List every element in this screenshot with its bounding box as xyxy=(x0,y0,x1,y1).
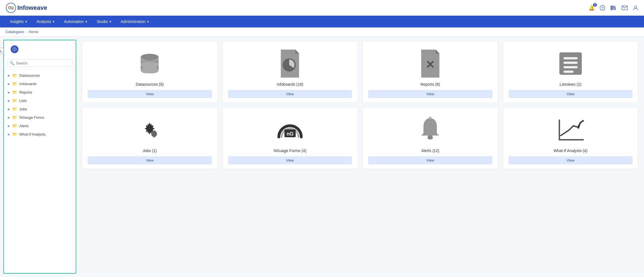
infoboards-expand-icon: ▶ xyxy=(8,82,10,85)
reports-icon-area: ✕ xyxy=(418,50,442,78)
breadcrumb-catalogues[interactable]: Catalogues xyxy=(6,30,24,34)
nav-item-analysis[interactable]: Analysis ▼ xyxy=(32,17,59,27)
notification-badge: 5 xyxy=(593,3,597,7)
sidebar-item-ngauge-forms[interactable]: ▶ 📁 NGauge Forms xyxy=(4,113,76,122)
nav-bar: Insights ▼ Analysis ▼ Automation ▼ Studi… xyxy=(0,16,644,27)
search-icon: 🔍 xyxy=(10,61,14,65)
sidebar-item-reports[interactable]: ▶ 📁 Reports xyxy=(4,88,76,96)
whatif-icon xyxy=(557,117,585,143)
card-whatif: What-If Analysis (4) View xyxy=(503,107,639,169)
ngauge-view-button[interactable]: View xyxy=(228,156,352,164)
svg-marker-10 xyxy=(14,48,15,49)
listviews-view-button[interactable]: View xyxy=(509,90,633,98)
svg-rect-4 xyxy=(611,6,612,10)
jobs-title: Jobs (1) xyxy=(143,148,157,153)
sidebar-item-whatif[interactable]: ▶ 📁 What-If Analysis xyxy=(4,130,76,138)
jobs-folder-icon: 📁 xyxy=(12,107,17,111)
whatif-expand-icon: ▶ xyxy=(8,133,10,136)
svg-marker-11 xyxy=(14,49,15,51)
card-datasources: Datasources (9) View xyxy=(82,41,218,103)
datasources-title: Datasources (9) xyxy=(136,82,164,87)
svg-point-1 xyxy=(10,7,12,9)
svg-rect-20 xyxy=(564,66,578,68)
card-reports: ✕ Reports (8) View xyxy=(362,41,498,103)
cards-grid: Datasources (9) View Infoboards (16) Vie… xyxy=(82,41,638,169)
catalogues-arrow-icon: → xyxy=(0,50,3,54)
svg-rect-6 xyxy=(614,6,616,10)
reports-label: Reports xyxy=(19,90,32,94)
jobs-icon-area xyxy=(136,116,164,144)
lists-label: Lists xyxy=(19,99,27,103)
svg-point-8 xyxy=(634,6,637,8)
whatif-title: What-If Analysis (4) xyxy=(553,148,587,153)
nav-item-studio[interactable]: Studio ▼ xyxy=(92,17,116,27)
svg-rect-18 xyxy=(564,57,578,59)
ngauge-label: NGauge Forms xyxy=(19,115,44,120)
alerts-expand-icon: ▶ xyxy=(8,124,10,127)
sidebar: Catalogues → 🔍 ▶ 📁 Datasources ▶ 📁 Infob… xyxy=(3,40,76,274)
jobs-expand-icon: ▶ xyxy=(8,108,10,111)
datasources-view-button[interactable]: View xyxy=(88,90,212,98)
sidebar-item-lists[interactable]: ▶ 📁 Lists xyxy=(4,96,76,105)
sidebar-nav: ▶ 📁 Datasources ▶ 📁 Infoboards ▶ 📁 Repor… xyxy=(4,69,76,140)
infoboards-title: Infoboards (16) xyxy=(277,82,303,87)
jobs-view-button[interactable]: View xyxy=(88,156,212,164)
main-layout: Catalogues → 🔍 ▶ 📁 Datasources ▶ 📁 Infob… xyxy=(0,36,644,277)
alerts-title: Alerts (12) xyxy=(421,148,439,153)
jobs-label: Jobs xyxy=(19,107,27,111)
svg-rect-5 xyxy=(612,6,613,10)
whatif-view-button[interactable]: View xyxy=(509,156,633,164)
messages-button[interactable] xyxy=(622,6,628,10)
svg-rect-21 xyxy=(564,71,573,73)
datasources-label: Datasources xyxy=(19,73,40,78)
svg-point-12 xyxy=(141,54,159,60)
ngauge-icon-area: nG xyxy=(276,116,304,144)
card-alerts: Alerts (12) View xyxy=(362,107,498,169)
infoboards-icon-area xyxy=(278,50,302,78)
breadcrumb: Catalogues › Home xyxy=(0,27,644,36)
alerts-view-button[interactable]: View xyxy=(368,156,492,164)
help-button[interactable]: ? xyxy=(600,5,605,11)
ngauge-title: NGuage Forms (4) xyxy=(274,148,306,153)
library-button[interactable] xyxy=(610,5,617,10)
compass-icon xyxy=(11,45,18,53)
notifications-button[interactable]: 🔔 5 xyxy=(589,5,595,11)
svg-point-27 xyxy=(427,136,433,139)
sidebar-search-area: 🔍 xyxy=(4,57,76,69)
lists-folder-icon: 📁 xyxy=(12,98,17,103)
nav-item-automation[interactable]: Automation ▼ xyxy=(59,17,92,27)
datasources-icon-area xyxy=(137,50,162,78)
user-button[interactable] xyxy=(633,5,638,11)
alerts-icon xyxy=(419,116,441,144)
jobs-icon xyxy=(136,117,164,143)
sidebar-item-alerts[interactable]: ▶ 📁 Alerts xyxy=(4,122,76,130)
infoboard-icon xyxy=(278,50,302,78)
automation-arrow-icon: ▼ xyxy=(85,20,88,23)
lists-expand-icon: ▶ xyxy=(8,99,10,102)
alerts-folder-icon: 📁 xyxy=(12,124,17,128)
sidebar-item-jobs[interactable]: ▶ 📁 Jobs xyxy=(4,105,76,113)
ngauge-expand-icon: ▶ xyxy=(8,116,10,119)
svg-text:?: ? xyxy=(601,6,604,10)
whatif-icon-area xyxy=(557,116,585,144)
nav-item-administration[interactable]: Administration ▼ xyxy=(116,17,154,27)
sidebar-item-infoboards[interactable]: ▶ 📁 Infoboards xyxy=(4,80,76,88)
card-jobs: Jobs (1) View xyxy=(82,107,218,169)
breadcrumb-separator: › xyxy=(26,30,27,34)
whatif-folder-icon: 📁 xyxy=(12,132,17,136)
content-area: Datasources (9) View Infoboards (16) Vie… xyxy=(76,36,644,277)
alerts-label: Alerts xyxy=(19,124,29,128)
studio-arrow-icon: ▼ xyxy=(109,20,112,23)
breadcrumb-home: Home xyxy=(29,30,38,34)
reports-expand-icon: ▶ xyxy=(8,91,10,94)
database-icon xyxy=(137,51,162,76)
logo: Infoweave xyxy=(6,3,47,13)
sidebar-item-datasources[interactable]: ▶ 📁 Datasources xyxy=(4,71,76,80)
ngauge-icon: nG xyxy=(276,119,304,141)
nav-item-insights[interactable]: Insights ▼ xyxy=(6,17,32,27)
search-input[interactable] xyxy=(16,61,70,65)
reports-view-button[interactable]: View xyxy=(368,90,492,98)
analysis-arrow-icon: ▼ xyxy=(52,20,55,23)
infoboards-view-button[interactable]: View xyxy=(228,90,352,98)
report-icon: ✕ xyxy=(418,50,442,78)
